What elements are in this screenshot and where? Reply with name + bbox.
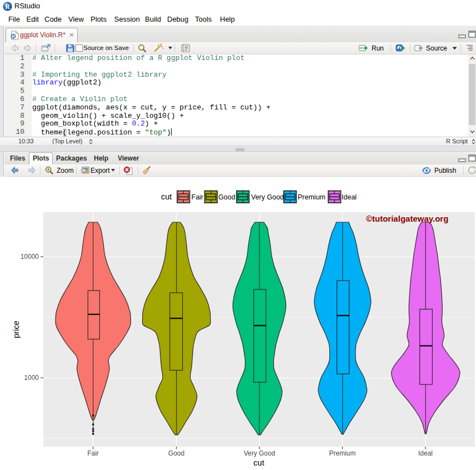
svg-text:cut: cut bbox=[161, 192, 172, 201]
svg-text:Ideal: Ideal bbox=[418, 449, 433, 457]
svg-text:©tutorialgateway.org: ©tutorialgateway.org bbox=[366, 214, 448, 223]
svg-text:price: price bbox=[12, 321, 21, 338]
svg-text:Good: Good bbox=[168, 449, 184, 457]
svg-text:Very Good: Very Good bbox=[244, 449, 275, 457]
svg-text:Premium: Premium bbox=[329, 449, 355, 457]
svg-text:10000: 10000 bbox=[21, 253, 39, 261]
svg-text:R: R bbox=[5, 3, 10, 11]
svg-text:1000: 1000 bbox=[24, 374, 39, 382]
svg-text:R: R bbox=[12, 34, 15, 39]
svg-text:Premium: Premium bbox=[298, 193, 325, 201]
svg-text:cut: cut bbox=[253, 458, 264, 467]
svg-text:Fair: Fair bbox=[192, 193, 204, 201]
svg-text:Good: Good bbox=[218, 193, 236, 201]
svg-text:Very Good: Very Good bbox=[251, 193, 284, 201]
svg-text:Fair: Fair bbox=[87, 449, 99, 457]
svg-text:Ideal: Ideal bbox=[342, 193, 357, 201]
